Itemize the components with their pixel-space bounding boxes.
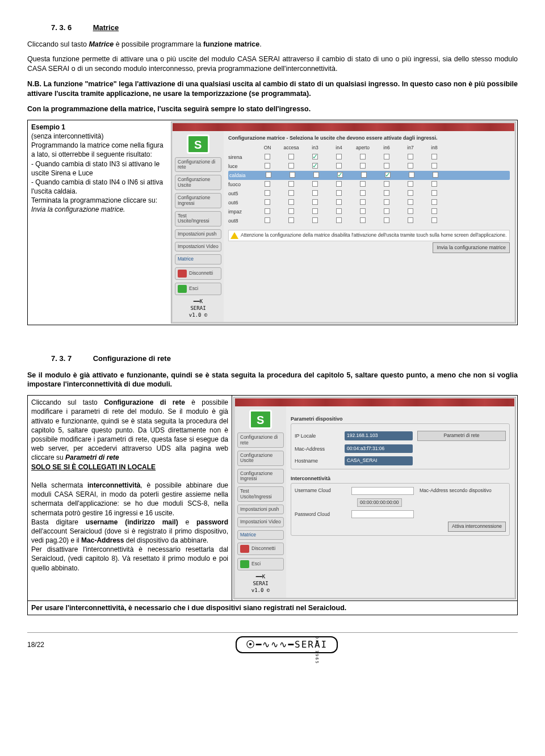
checkbox-icon[interactable] bbox=[360, 163, 366, 169]
checkbox-icon[interactable] bbox=[336, 181, 342, 187]
matrix-cell[interactable] bbox=[327, 181, 351, 188]
checkbox-icon[interactable] bbox=[408, 190, 413, 196]
checkbox-icon[interactable] bbox=[265, 217, 270, 223]
checkbox-icon[interactable] bbox=[360, 190, 366, 196]
matrix-cell[interactable] bbox=[327, 163, 351, 170]
matrix-cell[interactable] bbox=[279, 217, 303, 225]
checkbox-icon[interactable] bbox=[409, 172, 414, 178]
matrix-cell[interactable] bbox=[422, 208, 446, 216]
matrix-cell[interactable] bbox=[399, 181, 422, 188]
checkbox-icon[interactable] bbox=[336, 154, 342, 159]
matrix-cell[interactable] bbox=[352, 172, 376, 179]
checkbox-icon[interactable] bbox=[312, 154, 318, 159]
matrix-cell[interactable] bbox=[351, 208, 375, 216]
checkbox-icon[interactable] bbox=[408, 154, 413, 159]
checkbox-icon[interactable] bbox=[408, 208, 413, 214]
checkbox-icon[interactable] bbox=[336, 163, 342, 169]
matrix-cell[interactable] bbox=[280, 172, 304, 179]
matrix-cell[interactable] bbox=[255, 163, 279, 170]
matrix-cell[interactable] bbox=[375, 199, 399, 207]
sidebar-btn-esci[interactable]: Esci bbox=[237, 558, 284, 570]
checkbox-icon[interactable] bbox=[290, 172, 295, 178]
matrix-cell[interactable] bbox=[303, 181, 327, 188]
checkbox-icon[interactable] bbox=[431, 154, 437, 159]
checkbox-icon[interactable] bbox=[384, 217, 389, 223]
checkbox-icon[interactable] bbox=[336, 217, 342, 223]
matrix-cell[interactable] bbox=[327, 208, 351, 216]
checkbox-icon[interactable] bbox=[312, 217, 318, 223]
checkbox-icon[interactable] bbox=[360, 217, 366, 223]
checkbox-icon[interactable] bbox=[384, 190, 389, 196]
checkbox-icon[interactable] bbox=[385, 172, 391, 178]
checkbox-icon[interactable] bbox=[408, 163, 413, 169]
sidebar-btn-video[interactable]: Impostazioni Video bbox=[237, 517, 284, 527]
matrix-cell[interactable] bbox=[303, 154, 327, 161]
matrix-cell[interactable] bbox=[327, 199, 351, 207]
checkbox-icon[interactable] bbox=[384, 199, 389, 205]
matrix-cell[interactable] bbox=[376, 172, 400, 179]
checkbox-icon[interactable] bbox=[384, 163, 389, 169]
matrix-cell[interactable] bbox=[400, 172, 424, 179]
matrix-cell[interactable] bbox=[351, 181, 375, 188]
checkbox-icon[interactable] bbox=[312, 208, 318, 214]
pwd-cloud-input[interactable] bbox=[351, 510, 414, 518]
matrix-cell[interactable] bbox=[255, 208, 279, 216]
checkbox-icon[interactable] bbox=[265, 163, 270, 169]
checkbox-icon[interactable] bbox=[433, 172, 438, 178]
sidebar-btn-test[interactable]: Test Uscite/Ingressi bbox=[237, 486, 284, 502]
matrix-cell[interactable] bbox=[375, 208, 399, 216]
matrix-cell[interactable] bbox=[422, 199, 446, 207]
sidebar-btn-matrice[interactable]: Matrice bbox=[237, 530, 284, 540]
matrix-cell[interactable] bbox=[303, 208, 327, 216]
checkbox-icon[interactable] bbox=[431, 190, 437, 196]
matrix-cell[interactable] bbox=[303, 163, 327, 170]
matrix-cell[interactable] bbox=[255, 154, 279, 161]
matrix-cell[interactable] bbox=[375, 217, 399, 225]
matrix-cell[interactable] bbox=[351, 163, 375, 170]
matrix-cell[interactable] bbox=[422, 154, 446, 161]
checkbox-icon[interactable] bbox=[431, 208, 437, 214]
sidebar-btn-video[interactable]: Impostazioni Video bbox=[175, 242, 221, 251]
checkbox-icon[interactable] bbox=[408, 181, 413, 187]
sidebar-btn-esci[interactable]: Esci bbox=[175, 283, 221, 295]
checkbox-icon[interactable] bbox=[360, 154, 366, 159]
checkbox-icon[interactable] bbox=[431, 181, 437, 187]
checkbox-icon[interactable] bbox=[336, 208, 342, 214]
checkbox-icon[interactable] bbox=[288, 181, 294, 187]
submit-matrice-button[interactable]: Invia la configurazione matrice bbox=[433, 242, 510, 253]
checkbox-icon[interactable] bbox=[431, 199, 437, 205]
checkbox-icon[interactable] bbox=[360, 199, 366, 205]
matrix-cell[interactable] bbox=[422, 163, 446, 170]
sidebar-btn-matrice[interactable]: Matrice bbox=[175, 254, 221, 264]
matrix-cell[interactable] bbox=[422, 181, 446, 188]
sidebar-btn-ingressi[interactable]: Configurazione Ingressi bbox=[175, 193, 221, 208]
matrix-cell[interactable] bbox=[257, 172, 280, 179]
checkbox-icon[interactable] bbox=[360, 208, 366, 214]
matrix-cell[interactable] bbox=[399, 199, 422, 207]
checkbox-icon[interactable] bbox=[337, 172, 343, 178]
checkbox-icon[interactable] bbox=[266, 172, 271, 178]
matrix-cell[interactable] bbox=[351, 154, 375, 161]
checkbox-icon[interactable] bbox=[336, 199, 342, 205]
matrix-cell[interactable] bbox=[399, 154, 422, 161]
checkbox-icon[interactable] bbox=[265, 154, 270, 159]
matrix-cell[interactable] bbox=[375, 163, 399, 170]
user-cloud-input[interactable] bbox=[351, 487, 414, 495]
checkbox-icon[interactable] bbox=[288, 163, 294, 169]
sidebar-btn-disconnetti[interactable]: Disconnetti bbox=[175, 267, 221, 280]
checkbox-icon[interactable] bbox=[288, 217, 294, 223]
checkbox-icon[interactable] bbox=[288, 199, 294, 205]
matrix-cell[interactable] bbox=[255, 181, 279, 188]
matrix-cell[interactable] bbox=[279, 199, 303, 207]
matrix-cell[interactable] bbox=[399, 190, 422, 198]
checkbox-icon[interactable] bbox=[312, 199, 318, 205]
checkbox-icon[interactable] bbox=[313, 172, 319, 178]
matrix-cell[interactable] bbox=[327, 154, 351, 161]
matrix-cell[interactable] bbox=[375, 154, 399, 161]
matrix-cell[interactable] bbox=[304, 172, 328, 179]
sidebar-btn-rete[interactable]: Configurazione di rete bbox=[237, 432, 284, 448]
checkbox-icon[interactable] bbox=[312, 163, 318, 169]
matrix-cell[interactable] bbox=[255, 217, 279, 225]
matrix-cell[interactable] bbox=[255, 199, 279, 207]
matrix-cell[interactable] bbox=[279, 208, 303, 216]
